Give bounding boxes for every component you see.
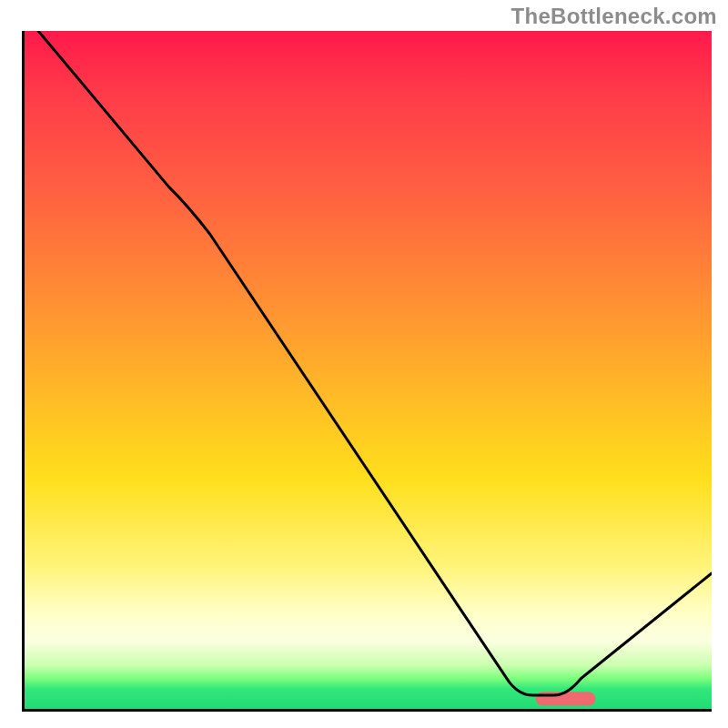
plot-area — [22, 31, 712, 712]
curve-layer — [25, 31, 712, 709]
bottleneck-curve — [38, 31, 712, 695]
chart-canvas: TheBottleneck.com — [0, 0, 728, 728]
watermark-text: TheBottleneck.com — [511, 4, 717, 29]
optimal-range-marker — [536, 692, 596, 705]
